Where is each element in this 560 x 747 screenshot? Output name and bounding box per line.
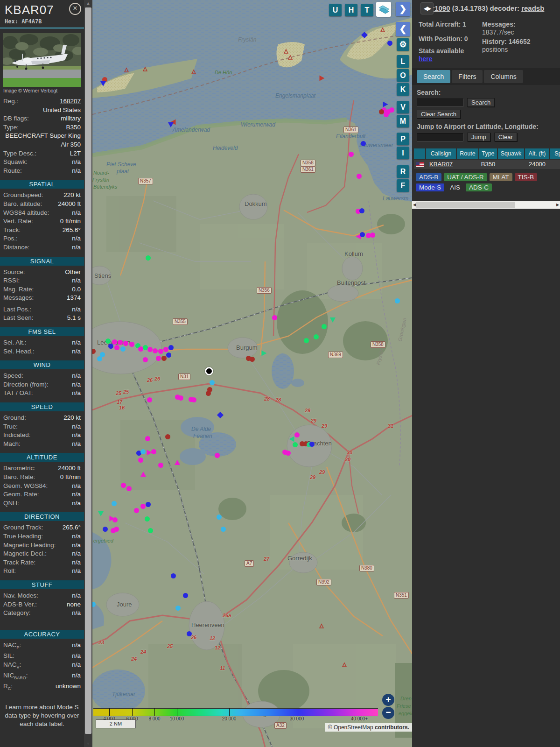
aircraft-marker[interactable] bbox=[156, 356, 161, 361]
aircraft-marker[interactable] bbox=[100, 81, 106, 86]
aircraft-marker[interactable] bbox=[175, 460, 180, 465]
readsb-link[interactable]: readsb bbox=[521, 4, 544, 12]
callsign-link[interactable]: KBAR07 bbox=[429, 161, 453, 168]
aircraft-marker[interactable] bbox=[148, 528, 153, 533]
jump-input[interactable] bbox=[417, 133, 463, 141]
aircraft-marker[interactable] bbox=[293, 442, 298, 447]
aircraft-marker[interactable] bbox=[384, 112, 389, 117]
aircraft-marker[interactable] bbox=[183, 593, 188, 598]
aircraft-marker[interactable] bbox=[349, 152, 354, 157]
aircraft-marker[interactable] bbox=[395, 298, 400, 303]
aircraft-photo[interactable] bbox=[3, 33, 81, 87]
aircraft-marker[interactable] bbox=[383, 102, 388, 107]
aircraft-marker[interactable] bbox=[140, 472, 146, 477]
aircraft-marker[interactable] bbox=[114, 345, 119, 350]
aircraft-marker[interactable] bbox=[370, 233, 375, 238]
column-header[interactable]: Spd. bbox=[550, 148, 560, 159]
aircraft-marker[interactable] bbox=[206, 391, 211, 396]
aircraft-marker[interactable] bbox=[123, 341, 128, 346]
aircraft-marker[interactable] bbox=[387, 41, 392, 46]
aircraft-marker[interactable] bbox=[168, 345, 174, 350]
aircraft-marker[interactable] bbox=[103, 527, 108, 532]
panel-horizontal-scrollbar[interactable]: ◀ ▶ bbox=[412, 201, 560, 209]
map-canvas[interactable]: FryslânDe HônEngelsmanplaatAmelanderwadW… bbox=[92, 0, 412, 747]
aircraft-table-row[interactable]: KBAR07B35024000 bbox=[414, 160, 560, 169]
map-hotkey-u[interactable]: U bbox=[329, 4, 342, 16]
aircraft-marker[interactable] bbox=[129, 342, 134, 347]
expand-panel-button[interactable]: ❯ bbox=[396, 2, 410, 16]
map-hotkey-l[interactable]: L bbox=[397, 55, 409, 68]
data-value[interactable]: 168207 bbox=[60, 97, 81, 106]
map-hotkey-m[interactable]: M bbox=[397, 115, 409, 127]
map-hotkey-h[interactable]: H bbox=[345, 4, 357, 16]
tab-filters[interactable]: Filters bbox=[452, 70, 483, 83]
aircraft-marker[interactable] bbox=[161, 356, 167, 361]
aircraft-marker[interactable] bbox=[168, 122, 174, 127]
aircraft-marker[interactable] bbox=[108, 344, 113, 349]
column-header[interactable]: Route bbox=[457, 148, 478, 159]
aircraft-marker[interactable] bbox=[112, 517, 118, 522]
aircraft-marker[interactable] bbox=[145, 516, 150, 521]
close-icon[interactable]: ✕ bbox=[69, 3, 81, 15]
aircraft-marker[interactable] bbox=[210, 380, 215, 385]
filter-mode-s[interactable]: Mode-S bbox=[416, 183, 444, 191]
map-hotkey-t[interactable]: T bbox=[361, 4, 373, 16]
column-header[interactable]: Squawk bbox=[498, 148, 524, 159]
aircraft-marker[interactable] bbox=[112, 501, 117, 506]
panel-toggle-button[interactable]: ◀▶ bbox=[420, 2, 434, 14]
aircraft-marker[interactable] bbox=[147, 347, 153, 352]
aircraft-marker[interactable] bbox=[217, 514, 222, 520]
aircraft-marker[interactable] bbox=[166, 352, 171, 358]
aircraft-marker[interactable] bbox=[359, 208, 364, 213]
hscroll-right-icon[interactable]: ▶ bbox=[556, 201, 560, 209]
filter-tis-b[interactable]: TIS-B bbox=[515, 173, 538, 181]
aircraft-marker[interactable] bbox=[262, 351, 267, 356]
map-hotkey-v[interactable]: V bbox=[397, 101, 409, 113]
aircraft-marker[interactable] bbox=[294, 432, 300, 437]
aircraft-marker[interactable] bbox=[147, 397, 152, 402]
aircraft-marker[interactable] bbox=[330, 317, 336, 323]
layers-button[interactable] bbox=[376, 2, 391, 17]
aircraft-marker[interactable] bbox=[114, 527, 119, 532]
aircraft-marker[interactable] bbox=[118, 340, 123, 345]
aircraft-marker[interactable] bbox=[309, 442, 315, 447]
aircraft-marker[interactable] bbox=[145, 436, 150, 441]
aircraft-marker[interactable] bbox=[215, 453, 220, 458]
filter-uat-ads-r[interactable]: UAT / ADS-R bbox=[444, 173, 487, 181]
aircraft-marker[interactable] bbox=[187, 631, 192, 636]
aircraft-marker[interactable] bbox=[112, 339, 117, 345]
zoom-out-button[interactable]: − bbox=[382, 707, 394, 719]
jump-button[interactable]: Jump bbox=[467, 133, 490, 141]
filter-mlat[interactable]: MLAT bbox=[490, 173, 512, 181]
aircraft-marker[interactable] bbox=[304, 338, 309, 343]
aircraft-marker[interactable] bbox=[250, 357, 255, 362]
aircraft-marker[interactable] bbox=[134, 508, 139, 513]
hscroll-thumb[interactable] bbox=[416, 202, 515, 208]
aircraft-marker[interactable] bbox=[289, 437, 294, 442]
aircraft-marker[interactable] bbox=[314, 334, 319, 339]
aircraft-marker[interactable] bbox=[138, 458, 143, 463]
aircraft-marker[interactable] bbox=[322, 324, 327, 329]
aircraft-marker[interactable] bbox=[379, 109, 384, 114]
map-hotkey-f[interactable]: F bbox=[397, 179, 409, 192]
aircraft-marker[interactable] bbox=[105, 338, 111, 344]
aircraft-marker[interactable] bbox=[98, 511, 104, 516]
search-button[interactable]: Search bbox=[467, 98, 495, 107]
settings-button[interactable]: ⚙ bbox=[397, 38, 409, 51]
stats-here-link[interactable]: here bbox=[419, 55, 433, 63]
aircraft-marker[interactable] bbox=[286, 451, 291, 456]
aircraft-marker[interactable] bbox=[205, 367, 213, 375]
search-input[interactable] bbox=[417, 99, 463, 107]
aircraft-marker[interactable] bbox=[178, 395, 183, 401]
jump-clear-button[interactable]: Clear bbox=[494, 133, 517, 141]
scroll-down-icon[interactable]: ▼ bbox=[84, 740, 92, 747]
map-hotkey-o[interactable]: O bbox=[397, 69, 409, 82]
aircraft-marker[interactable] bbox=[361, 141, 366, 146]
aircraft-marker[interactable] bbox=[272, 315, 277, 320]
sidebar-scrollbar-thumb[interactable] bbox=[85, 7, 91, 734]
column-header[interactable]: Type bbox=[479, 148, 497, 159]
aircraft-marker[interactable] bbox=[175, 606, 181, 611]
aircraft-marker[interactable] bbox=[320, 76, 325, 81]
osm-link[interactable]: OpenStreetMap bbox=[334, 724, 373, 731]
aircraft-marker[interactable] bbox=[143, 357, 148, 362]
